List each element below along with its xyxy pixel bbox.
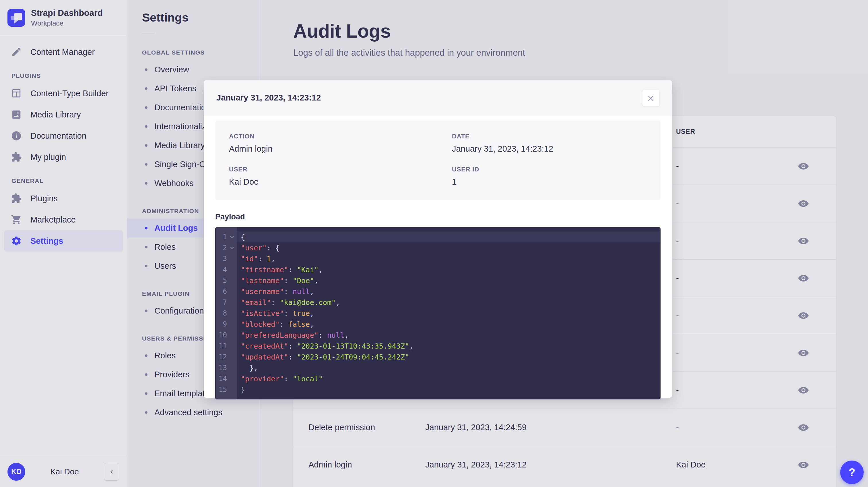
code-line: 11 "createdAt": "2023-01-13T10:43:35.943…: [216, 341, 660, 351]
line-number: 1: [216, 233, 227, 241]
code-line: 7 "email": "kai@doe.com",: [216, 297, 660, 308]
code-text: "updatedAt": "2023-01-24T09:04:45.242Z": [237, 351, 660, 362]
detail-label: USER ID: [452, 166, 660, 173]
code-line: 1 {: [216, 231, 660, 242]
line-number: 3: [216, 255, 227, 263]
detail-field: ACTION Admin login: [229, 133, 452, 154]
code-text: "user": {: [237, 242, 660, 253]
fold-chevron-icon[interactable]: [227, 247, 237, 249]
modal-header: January 31, 2023, 14:23:12: [204, 80, 672, 115]
code-line: 15 }: [216, 384, 660, 395]
line-number: 8: [216, 309, 227, 317]
modal-title: January 31, 2023, 14:23:12: [216, 93, 321, 103]
code-text: "firstname": "Kai",: [237, 264, 660, 275]
line-number: 2: [216, 244, 227, 252]
line-number: 11: [216, 342, 227, 350]
close-icon: [647, 94, 655, 102]
code-text: },: [237, 362, 660, 373]
code-text: "username": null,: [237, 286, 660, 297]
line-number: 14: [216, 375, 227, 383]
detail-field: USER ID 1: [452, 166, 660, 187]
code-line: 4 "firstname": "Kai",: [216, 264, 660, 275]
detail-field: USER Kai Doe: [229, 166, 452, 187]
code-text: "preferedLanguage": null,: [237, 330, 660, 341]
code-line: 2 "user": {: [216, 242, 660, 253]
code-line: 9 "blocked": false,: [216, 319, 660, 330]
line-number: 15: [216, 385, 227, 394]
code-line: 14 "provider": "local": [216, 373, 660, 384]
code-line: 5 "lastname": "Doe",: [216, 275, 660, 286]
code-line: 8 "isActive": true,: [216, 308, 660, 319]
code-text: {: [237, 231, 660, 242]
detail-value: Admin login: [229, 144, 452, 154]
code-text: "lastname": "Doe",: [237, 275, 660, 286]
code-text: }: [237, 384, 660, 395]
line-number: 6: [216, 287, 227, 295]
detail-label: DATE: [452, 133, 660, 140]
detail-field: DATE January 31, 2023, 14:23:12: [452, 133, 660, 154]
code-text: "isActive": true,: [237, 308, 660, 319]
code-text: "email": "kai@doe.com",: [237, 297, 660, 308]
payload-code-editor[interactable]: 1 { 2 "user": { 3: [215, 227, 660, 399]
fold-chevron-icon[interactable]: [227, 235, 237, 238]
detail-value: January 31, 2023, 14:23:12: [452, 144, 660, 154]
payload-label: Payload: [215, 212, 660, 221]
line-number: 7: [216, 298, 227, 306]
log-details-box: ACTION Admin login DATE January 31, 2023…: [215, 121, 660, 200]
help-button[interactable]: ?: [840, 461, 864, 484]
line-number: 9: [216, 320, 227, 328]
code-line: 10 "preferedLanguage": null,: [216, 330, 660, 341]
code-line: 13 },: [216, 362, 660, 373]
code-text: "provider": "local": [237, 373, 660, 384]
code-text: "blocked": false,: [237, 319, 660, 330]
code-line: 3 "id": 1,: [216, 253, 660, 264]
code-text: "id": 1,: [237, 253, 660, 264]
code-line: 6 "username": null,: [216, 286, 660, 297]
detail-value: Kai Doe: [229, 177, 452, 187]
line-number: 12: [216, 353, 227, 361]
close-modal-button[interactable]: [642, 89, 659, 107]
modal-body: ACTION Admin login DATE January 31, 2023…: [204, 115, 672, 399]
line-number: 4: [216, 266, 227, 274]
detail-label: ACTION: [229, 133, 452, 140]
detail-label: USER: [229, 166, 452, 173]
line-number: 10: [216, 331, 227, 339]
code-text: "createdAt": "2023-01-13T10:43:35.943Z",: [237, 341, 660, 351]
line-number: 13: [216, 364, 227, 372]
line-number: 5: [216, 277, 227, 285]
detail-value: 1: [452, 177, 660, 187]
code-line: 12 "updatedAt": "2023-01-24T09:04:45.242…: [216, 351, 660, 362]
audit-log-details-modal: January 31, 2023, 14:23:12 ACTION Admin …: [204, 80, 672, 398]
